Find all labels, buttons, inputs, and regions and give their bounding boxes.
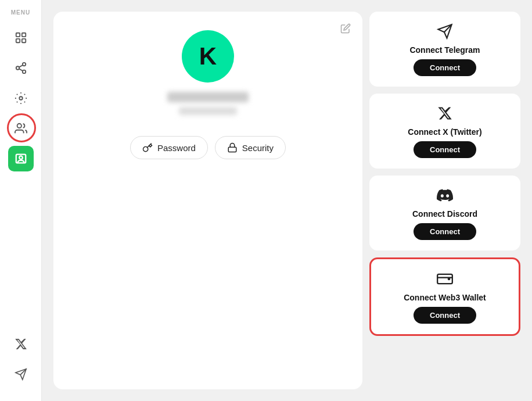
sidebar-item-team[interactable] (8, 116, 34, 141)
sidebar-item-twitter[interactable] (8, 331, 34, 357)
svg-rect-3 (21, 39, 25, 42)
svg-line-8 (19, 65, 22, 67)
password-button[interactable]: Password (130, 136, 208, 159)
profile-buttons: Password Security (130, 136, 286, 159)
connect-card-telegram: Connect Telegram Connect (369, 12, 520, 87)
telegram-icon (437, 22, 453, 41)
main-content: K Password Security Connect Telegram Con… (42, 0, 532, 401)
telegram-label: Connect Telegram (409, 45, 480, 55)
svg-point-4 (22, 63, 26, 66)
web3wallet-connect-button[interactable]: Connect (414, 307, 476, 324)
connect-panel: Connect Telegram Connect Connect X (Twit… (369, 12, 520, 389)
svg-point-5 (16, 66, 19, 70)
discord-connect-button[interactable]: Connect (414, 223, 476, 240)
avatar: K (182, 30, 234, 83)
svg-point-12 (19, 156, 23, 159)
discord-label: Connect Discord (412, 209, 477, 219)
connect-card-twitter: Connect X (Twitter) Connect (369, 94, 520, 169)
sidebar: MENU (0, 0, 42, 401)
sidebar-item-profile[interactable] (8, 146, 34, 171)
profile-card: K Password Security (53, 12, 362, 389)
sidebar-item-telegram[interactable] (8, 361, 34, 387)
security-button[interactable]: Security (215, 136, 286, 159)
sidebar-item-settings[interactable] (8, 85, 34, 111)
userhandle-blur (179, 107, 237, 115)
svg-rect-1 (21, 33, 25, 37)
telegram-connect-button[interactable]: Connect (414, 59, 476, 76)
svg-line-7 (19, 69, 22, 71)
svg-point-9 (19, 96, 23, 100)
connect-card-web3wallet: Connect Web3 Wallet Connect (369, 257, 520, 336)
web3wallet-label: Connect Web3 Wallet (404, 293, 486, 302)
svg-point-10 (17, 124, 21, 128)
svg-rect-13 (228, 147, 236, 152)
sidebar-item-share[interactable] (8, 55, 34, 81)
sidebar-item-dashboard[interactable] (8, 25, 34, 51)
twitter-connect-button[interactable]: Connect (414, 141, 476, 158)
discord-icon (437, 186, 453, 205)
svg-rect-0 (16, 33, 19, 37)
edit-icon[interactable] (340, 23, 351, 37)
svg-point-6 (22, 70, 26, 74)
svg-rect-2 (16, 39, 19, 42)
username-blur (167, 92, 249, 102)
twitter-label: Connect X (Twitter) (408, 127, 481, 137)
x-twitter-icon (437, 104, 452, 123)
sidebar-bottom (8, 331, 34, 392)
connect-card-discord: Connect Discord Connect (369, 176, 520, 250)
sidebar-menu-label: MENU (11, 9, 30, 16)
wallet-icon (437, 270, 453, 288)
